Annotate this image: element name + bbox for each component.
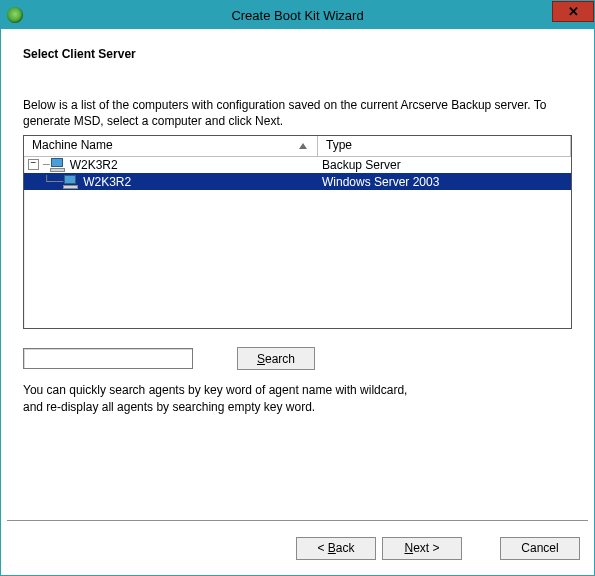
next-button[interactable]: Next > (382, 537, 462, 560)
tree-line: └── (28, 175, 63, 188)
search-button-rest: earch (265, 352, 295, 366)
column-machine-name-label: Machine Name (32, 138, 113, 152)
row-type: Backup Server (318, 158, 571, 172)
list-row[interactable]: └── W2K3R2 Windows Server 2003 (24, 173, 571, 190)
search-row: Search (23, 347, 572, 370)
column-type[interactable]: Type (318, 136, 571, 156)
search-input[interactable] (23, 348, 193, 369)
hint-line-2: and re-display all agents by searching e… (23, 399, 572, 415)
search-button[interactable]: Search (237, 347, 315, 370)
page-description: Below is a list of the computers with co… (23, 97, 572, 129)
computer-icon (63, 175, 79, 189)
list-row[interactable]: ─ W2K3R2 Backup Server (24, 156, 571, 173)
window-title: Create Boot Kit Wizard (1, 8, 594, 23)
hint-line-1: You can quickly search agents by key wor… (23, 382, 572, 398)
row-type: Windows Server 2003 (318, 175, 571, 189)
wizard-content: Select Client Server Below is a list of … (1, 29, 594, 520)
title-bar: Create Boot Kit Wizard ✕ (1, 1, 594, 29)
list-header: Machine Name Type (24, 136, 571, 157)
wizard-footer: < Back Next > Cancel (1, 521, 594, 575)
column-type-label: Type (326, 138, 352, 152)
column-machine-name[interactable]: Machine Name (24, 136, 318, 156)
page-heading: Select Client Server (23, 47, 572, 61)
search-hint: You can quickly search agents by key wor… (23, 382, 572, 414)
tree-collapse-icon[interactable] (28, 159, 39, 170)
machine-list[interactable]: Machine Name Type ─ W2K3R2 Backup Server (23, 135, 572, 329)
tree-line: ─ (41, 158, 50, 171)
row-name: W2K3R2 (83, 175, 131, 189)
wizard-window: Create Boot Kit Wizard ✕ Select Client S… (0, 0, 595, 576)
back-button[interactable]: < Back (296, 537, 376, 560)
row-name: W2K3R2 (70, 158, 118, 172)
cancel-button[interactable]: Cancel (500, 537, 580, 560)
sort-asc-icon (299, 143, 307, 149)
server-icon (50, 158, 66, 172)
list-body: ─ W2K3R2 Backup Server └── W2K3R2 Window… (24, 156, 571, 328)
